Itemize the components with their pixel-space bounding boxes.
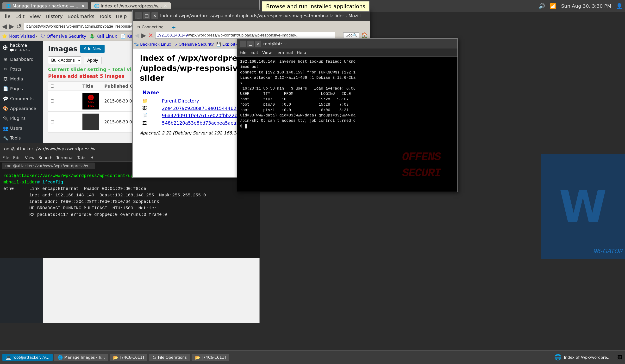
sidebar-item-plugins[interactable]: 🔌 Plugins [0, 113, 43, 123]
term-menu-edit[interactable]: Edit [250, 50, 258, 55]
wp-menu-help[interactable]: Help [116, 13, 127, 19]
term-titlebar: _ □ ✕ root@bt: ~ [237, 39, 457, 49]
ff-home-btn[interactable]: 🏠 [361, 32, 368, 38]
term-cursor [245, 124, 247, 128]
user-icon[interactable]: 👤 [616, 3, 623, 9]
thumbnail-cell-0: KILL BILL ⚔ [80, 91, 102, 112]
term-menu-terminal[interactable]: Terminal [276, 50, 293, 55]
ff-bm-offensive[interactable]: 🛡 Offensive Security [174, 42, 214, 47]
name-col-header[interactable]: Name [142, 89, 159, 96]
wp-reload-btn[interactable]: ↺ [16, 22, 22, 30]
ff-google-search[interactable]: Goo🔍 [343, 32, 359, 38]
ff-back-btn[interactable]: ◀ [135, 32, 139, 39]
term-menu-help[interactable]: Help [297, 50, 306, 55]
taskbar-item-74c6-1[interactable]: 📂 [74C6-1611] [110, 354, 147, 361]
ff-maximize-btn[interactable]: □ [143, 12, 150, 19]
volume-icon[interactable]: 🔊 [538, 3, 545, 9]
sidebar-item-media[interactable]: 🖼 Media [0, 74, 43, 84]
fm-terminal-body[interactable]: root@attacker:/var/www/wpx/wordpress/wp-… [0, 170, 260, 258]
fm-menu-terminal[interactable]: Terminal [56, 155, 74, 160]
ff-forward-btn[interactable]: ▶ [141, 32, 146, 39]
svg-text:⚔: ⚔ [90, 96, 93, 99]
fm-menu-file[interactable]: File [2, 155, 9, 160]
wp-menu-edit[interactable]: Edit [15, 13, 25, 19]
taskbar-item-74c6-2[interactable]: 📂 [74C6-1611] [191, 354, 229, 361]
fm-menu-tabs[interactable]: Tabs [77, 155, 87, 160]
comments-icon: 💬 [3, 96, 8, 101]
ff-tab-0[interactable]: ↻ Connecting... [134, 24, 170, 30]
wp-back-btn[interactable]: ◀ [2, 22, 7, 30]
wp-tab-favicon: 🌐 [6, 3, 11, 8]
bulk-actions-select[interactable]: Bulk Actions [48, 56, 81, 64]
dashboard-icon: ⊕ [3, 57, 8, 62]
sidebar-item-users[interactable]: 👥 Users [0, 123, 43, 133]
term-menu-file[interactable]: File [240, 50, 246, 55]
wp-menu-bookmarks[interactable]: Bookmarks [67, 13, 94, 19]
ff-titlebar: _ □ ✕ Index of /wpx/wordpress/wp-content… [133, 10, 370, 21]
kali-linux-bookmark[interactable]: 🐉 Kali Linux [90, 34, 117, 39]
page-title: Images [48, 45, 77, 53]
taskbar-wp-icon[interactable]: 🌐 [554, 354, 562, 361]
ff-close-btn[interactable]: ✕ [152, 12, 158, 19]
apply-button[interactable]: Apply [84, 57, 102, 64]
term-menu-view[interactable]: View [262, 50, 272, 55]
appearance-icon: 🎨 [3, 106, 8, 111]
file-icon-1: 📄 [140, 112, 160, 119]
ff-bm-backtrack[interactable]: 🐾 BackTrack Linux [134, 42, 171, 47]
ff-add-tab-btn[interactable]: + [170, 24, 177, 30]
term-close-btn[interactable]: ✕ [255, 41, 261, 47]
wp-tab-close-0[interactable]: ✕ [81, 3, 85, 8]
fm-output-4: RX packets:4117 errors:0 dropped:0 overr… [3, 212, 256, 218]
ff-bookmark-star[interactable]: ☆ [337, 32, 341, 38]
term-line-2: connect to [192.168.148.153] from (UNKNO… [240, 70, 455, 75]
sidebar-item-dashboard[interactable]: ⊕ Dashboard [0, 54, 43, 64]
wp-logo-wp: W [559, 182, 607, 232]
wp-tab-index[interactable]: 🌐 Index of /wpx/wordpress/w... ✕ [91, 2, 171, 9]
wp-fwd-btn[interactable]: ▶ [9, 22, 14, 30]
select-all-checkbox[interactable] [51, 84, 54, 88]
row-checkbox-1[interactable] [51, 120, 54, 123]
taskbar-item-manage[interactable]: 🌐 Manage Images ‹ h... [54, 354, 108, 361]
sidebar-item-comments[interactable]: 💬 Comments [0, 94, 43, 104]
ff-reload-btn[interactable]: ✕ [148, 32, 153, 39]
fm-menu-help[interactable]: H [90, 155, 94, 160]
ff-minimize-btn[interactable]: _ [135, 12, 142, 19]
term-line-0: 192.168.148.149: inverse host lookup fai… [240, 59, 455, 64]
row-checkbox-0[interactable] [51, 99, 54, 103]
wp-menu-file[interactable]: File [2, 13, 10, 19]
ff-address-bar[interactable]: 192.168.148.149 /wpx/wordpress/wp-conten… [155, 32, 335, 39]
sidebar-item-appearance[interactable]: 🎨 Appearance [0, 104, 43, 113]
fm-menu-search[interactable]: Search [38, 155, 52, 160]
offensive-security-bookmark[interactable]: 🛡 Offensive Security [41, 34, 86, 39]
wp-tab-manage[interactable]: 🌐 Manage Images ‹ hackme — ... ✕ [2, 2, 88, 9]
wp-new-label[interactable]: + New [19, 48, 31, 52]
sidebar-item-label: Dashboard [10, 57, 34, 62]
most-visited-bookmark[interactable]: ⭐ Most Visited ▾ [2, 34, 37, 39]
file-icon-0: 🖼 [140, 105, 160, 112]
sidebar-item-posts[interactable]: ✏ Posts [0, 64, 43, 74]
term-minimize-btn[interactable]: _ [240, 41, 246, 47]
fm-menu-view[interactable]: View [25, 155, 34, 160]
taskbar-index-label: Index of /wpx/wordpre... [564, 355, 611, 360]
sidebar-item-pages[interactable]: 📄 Pages [0, 84, 43, 94]
wp-tab-close-1[interactable]: ✕ [164, 3, 167, 8]
sidebar-item-tools[interactable]: 🔧 Tools [0, 133, 43, 143]
fm-tab-0[interactable]: root@attacker: /var/www/wpx/wordpress/w.… [2, 163, 95, 169]
wp-menu-tools[interactable]: Tools [99, 13, 111, 19]
term-maximize-btn[interactable]: □ [247, 41, 254, 47]
network-icon: 📶 [550, 3, 556, 9]
wp-menu-history[interactable]: History [46, 13, 63, 19]
taskbar-74c6-label: [74C6-1611] [120, 355, 144, 360]
taskbar-index-icon[interactable]: 🖼 [617, 354, 623, 360]
taskbar-item-fileops[interactable]: 🗂 File Operations [149, 354, 190, 361]
fm-menu-edit[interactable]: Edit [13, 155, 21, 160]
term-body[interactable]: 192.168.148.149: inverse host lookup fai… [237, 57, 457, 192]
svg-text:KILL: KILL [88, 100, 94, 104]
term-line-11: /bin/sh: 0: can't access tty; job contro… [240, 118, 455, 123]
add-new-button[interactable]: Add New [80, 45, 105, 53]
parent-dir-link[interactable]: Parent Directory [162, 98, 199, 104]
wp-menu-view[interactable]: View [29, 13, 41, 19]
col-title: Title [80, 82, 102, 91]
taskbar-item-terminal[interactable]: 💻 root@attacker: /v... [2, 354, 53, 361]
terminal-root-bt: _ □ ✕ root@bt: ~ File Edit View Terminal… [237, 38, 458, 192]
